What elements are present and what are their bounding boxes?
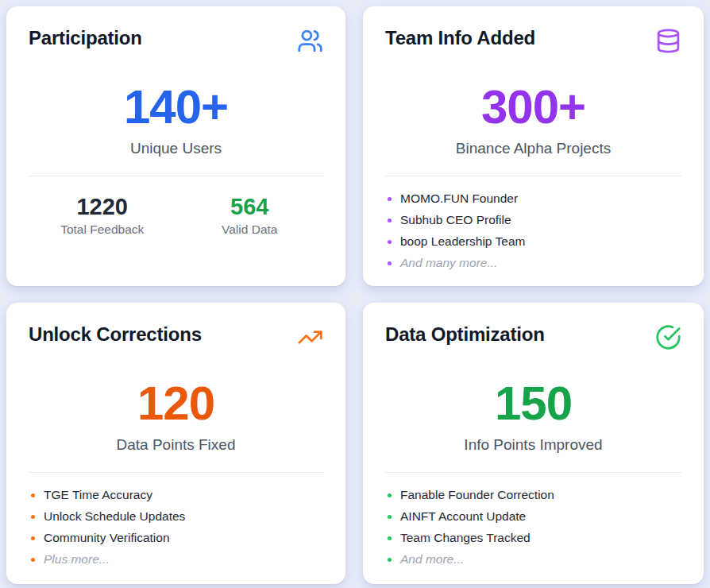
list-item-label: TGE Time Accuracy [44,488,152,502]
card-participation: Participation 140+ Unique Users 1220 Tot… [6,6,345,286]
list-item-more: Plus more... [29,549,323,571]
card-title: Team Info Added [385,27,535,50]
list-item: Fanable Founder Correction [385,485,681,506]
list-item: Unlock Schedule Updates [29,506,323,528]
bullet-dot [388,240,392,244]
list-item-label: Team Changes Tracked [400,531,531,545]
big-stat: 150 Info Points Improved [385,380,681,455]
bullet-dot [388,515,392,519]
list-item: boop Leadership Team [385,231,681,253]
list-item-more: And more... [385,549,681,571]
divider [29,176,323,176]
card-title: Participation [29,27,142,50]
big-stat: 140+ Unique Users [29,83,323,159]
trending-up-icon [297,324,323,350]
bullet-dot [31,515,35,519]
list-item: Subhub CEO Profile [385,210,681,231]
card-header: Participation [29,27,323,54]
big-number-label: Binance Alpha Projects [385,138,681,159]
list-item: MOMO.FUN Founder [385,188,681,210]
list-item-label: Community Verification [44,531,170,545]
stat-value: 564 [176,194,324,220]
big-number: 140+ [29,83,323,131]
divider [385,176,681,176]
card-header: Unlock Corrections [29,323,323,350]
card-title: Unlock Corrections [29,323,202,346]
big-number-label: Unique Users [29,138,323,159]
divider [385,472,681,473]
check-circle-icon [655,324,681,350]
bullet-dot [388,261,392,265]
list-item-more: And many more... [385,253,681,274]
big-stat: 120 Data Points Fixed [29,380,323,455]
list-item-label: And more... [400,552,464,567]
bullet-dot [388,536,392,540]
big-stat: 300+ Binance Alpha Projects [385,83,681,159]
big-number: 120 [29,380,323,427]
stat-value: 1220 [29,194,176,220]
bullet-dot [388,219,392,222]
divider [29,472,323,473]
highlights-list: Fanable Founder Correction AINFT Account… [385,485,681,571]
bullet-dot [388,558,392,562]
list-item-label: MOMO.FUN Founder [400,191,518,206]
highlights-list: TGE Time Accuracy Unlock Schedule Update… [29,485,323,571]
bullet-dot [31,536,35,540]
list-item-label: AINFT Account Update [400,509,526,524]
list-item: TGE Time Accuracy [29,485,323,506]
stat-label: Valid Data [176,222,324,237]
users-icon [297,28,323,54]
stat-valid-data: 564 Valid Data [176,194,324,237]
list-item: Team Changes Tracked [385,528,681,549]
stats-grid: Participation 140+ Unique Users 1220 Tot… [0,0,710,588]
card-data-optimization: Data Optimization 150 Info Points Improv… [363,303,704,584]
list-item-label: boop Leadership Team [400,234,525,249]
highlights-list: MOMO.FUN Founder Subhub CEO Profile boop… [385,188,681,274]
card-unlock-corrections: Unlock Corrections 120 Data Points Fixed… [6,303,345,584]
card-team-info-added: Team Info Added 300+ Binance Alpha Proje… [363,6,704,286]
list-item: AINFT Account Update [385,506,681,528]
card-header: Data Optimization [385,323,681,350]
sub-stats-row: 1220 Total Feedback 564 Valid Data [29,194,323,237]
bullet-dot [31,558,35,562]
big-number: 150 [385,380,681,427]
list-item-label: And many more... [400,256,497,270]
card-header: Team Info Added [385,27,681,54]
list-item-label: Unlock Schedule Updates [44,509,185,524]
bullet-dot [388,197,392,201]
big-number-label: Info Points Improved [385,435,681,455]
list-item-label: Plus more... [44,552,110,567]
bullet-dot [388,493,392,497]
stat-label: Total Feedback [29,222,176,237]
list-item: Community Verification [29,528,323,549]
bullet-dot [31,493,35,497]
list-item-label: Fanable Founder Correction [400,488,554,502]
big-number-label: Data Points Fixed [29,435,323,455]
list-item-label: Subhub CEO Profile [400,213,511,227]
database-icon [655,28,681,54]
big-number: 300+ [385,83,681,131]
stat-total-feedback: 1220 Total Feedback [29,194,176,237]
card-title: Data Optimization [385,323,545,346]
